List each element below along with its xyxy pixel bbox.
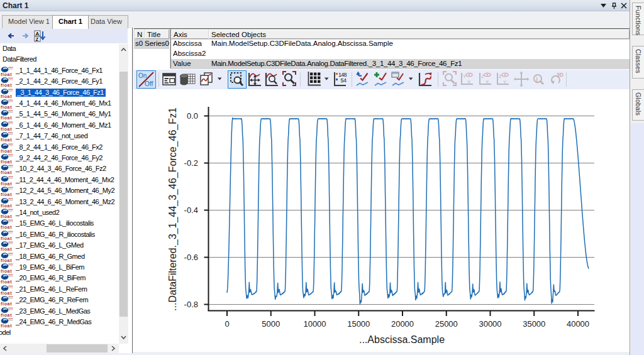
svg-text:40000: 40000: [567, 319, 589, 329]
svg-text:float: float: [1, 258, 12, 263]
svg-text:...DataFiltered._3_1_44_3_46_F: ...DataFiltered._3_1_44_3_46_Force_46_Fz…: [167, 107, 179, 311]
svg-text:0: 0: [225, 319, 229, 329]
svg-text:Z: Z: [499, 74, 502, 79]
svg-text:30000: 30000: [479, 319, 501, 329]
svg-text:float: float: [1, 94, 12, 99]
svg-text:X: X: [486, 79, 489, 85]
svg-text:float: float: [1, 127, 12, 131]
svg-text:float: float: [1, 280, 12, 284]
svg-text:-0.8: -0.8: [184, 300, 198, 309]
svg-text:float: float: [1, 170, 12, 175]
svg-text:-0.2: -0.2: [184, 158, 198, 168]
svg-text:float: float: [1, 182, 12, 186]
svg-text:25000: 25000: [435, 319, 458, 329]
svg-text:54: 54: [341, 77, 347, 84]
svg-text:Z: Z: [481, 74, 484, 79]
svg-text:Off: Off: [145, 80, 153, 87]
svg-text:float: float: [1, 72, 12, 77]
svg-text:float: float: [1, 214, 12, 219]
svg-text:float: float: [1, 269, 12, 273]
svg-text:float: float: [1, 313, 12, 317]
svg-text:10000: 10000: [303, 319, 326, 329]
svg-text:A: A: [36, 31, 40, 36]
svg-text:float: float: [1, 149, 12, 153]
svg-text:On: On: [138, 72, 147, 79]
svg-text:float: float: [1, 247, 12, 251]
svg-text:float: float: [1, 116, 12, 120]
svg-text:i: i: [536, 76, 538, 82]
svg-text:...Abscissa.Sample: ...Abscissa.Sample: [359, 334, 445, 345]
svg-text:Z: Z: [36, 36, 39, 42]
svg-text:-0.4: -0.4: [184, 205, 198, 215]
svg-text:float: float: [1, 324, 12, 328]
svg-text:float: float: [1, 225, 12, 229]
svg-text:Y: Y: [503, 79, 507, 85]
svg-text:float: float: [1, 236, 12, 241]
svg-text:35000: 35000: [523, 319, 545, 329]
svg-text:float: float: [1, 83, 12, 87]
svg-text:3D: 3D: [557, 72, 564, 78]
svg-text:5000: 5000: [262, 319, 280, 329]
svg-text:float: float: [1, 105, 12, 109]
svg-text:X: X: [467, 79, 471, 85]
svg-text:float: float: [1, 204, 12, 208]
svg-text:float: float: [1, 291, 12, 295]
svg-text:15000: 15000: [347, 319, 370, 329]
svg-text:float: float: [1, 138, 12, 142]
svg-text:20000: 20000: [391, 319, 414, 329]
svg-text:-0.6: -0.6: [184, 253, 198, 262]
svg-text:float: float: [1, 160, 12, 164]
svg-text:0.0: 0.0: [187, 111, 198, 121]
svg-text:float: float: [1, 302, 12, 306]
svg-text:float: float: [1, 192, 12, 197]
